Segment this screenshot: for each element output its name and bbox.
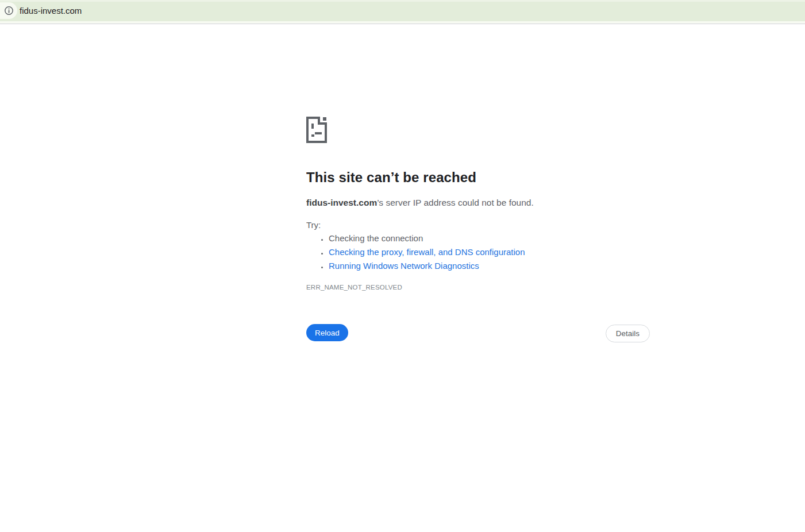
page-info-chip[interactable] (0, 2, 17, 19)
suggestion-list: Checking the connection Checking the pro… (306, 232, 650, 273)
error-domain: fidus-invest.com (306, 198, 377, 207)
browser-toolbar: fidus-invest.com (0, 0, 805, 21)
try-label: Try: (306, 220, 321, 230)
suggestion-proxy-firewall-dns-link[interactable]: Checking the proxy, firewall, and DNS co… (329, 245, 650, 259)
error-code: ERR_NAME_NOT_RESOLVED (306, 284, 402, 291)
suggestion-network-diagnostics-link[interactable]: Running Windows Network Diagnostics (329, 259, 650, 273)
button-row: Reload Details (306, 324, 650, 342)
toolbar-bottom-strip (0, 21, 805, 24)
error-subtitle: fidus-invest.com’s server IP address cou… (306, 198, 534, 208)
details-button[interactable]: Details (606, 325, 650, 342)
address-bar-url[interactable]: fidus-invest.com (20, 0, 82, 21)
sad-page-icon (306, 117, 328, 143)
error-subtitle-text: ’s server IP address could not be found. (377, 198, 534, 207)
error-title: This site can’t be reached (306, 169, 476, 186)
suggestion-checking-connection: Checking the connection (329, 232, 650, 245)
info-icon[interactable] (4, 6, 14, 16)
reload-button[interactable]: Reload (306, 324, 348, 341)
